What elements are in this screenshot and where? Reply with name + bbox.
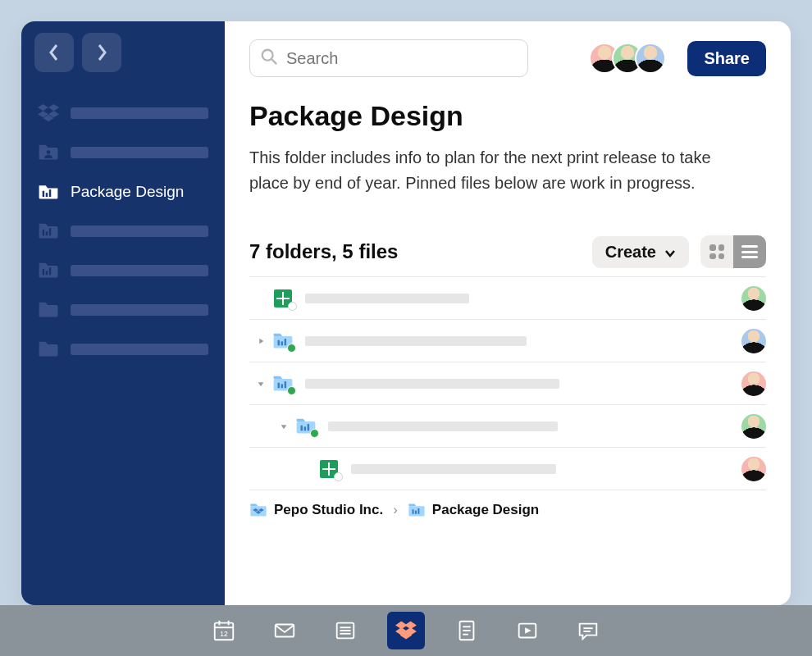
dock-list-button[interactable] xyxy=(326,612,364,649)
svg-text:12: 12 xyxy=(220,630,228,638)
spreadsheet-icon xyxy=(272,289,294,308)
breadcrumb-root[interactable]: Pepo Studio Inc. xyxy=(249,502,383,518)
breadcrumb-current[interactable]: Package Design xyxy=(408,502,539,518)
owner-avatar[interactable] xyxy=(741,286,766,311)
nav-arrows xyxy=(33,33,213,72)
search-input[interactable] xyxy=(286,49,518,68)
file-name xyxy=(305,336,527,346)
list-icon xyxy=(741,245,758,258)
svg-rect-43 xyxy=(415,511,417,514)
owner-avatar[interactable] xyxy=(741,414,766,439)
file-row[interactable] xyxy=(249,448,766,490)
dock-doc-button[interactable] xyxy=(448,612,486,649)
svg-rect-10 xyxy=(39,226,58,239)
grid-icon xyxy=(709,244,724,259)
file-row[interactable] xyxy=(249,405,766,448)
sidebar-item-team-1[interactable] xyxy=(33,216,213,247)
svg-rect-25 xyxy=(281,341,283,345)
svg-rect-9 xyxy=(49,190,51,198)
grid-view-button[interactable] xyxy=(700,235,733,268)
svg-rect-8 xyxy=(46,194,48,198)
team-folder-icon xyxy=(38,183,59,201)
file-name xyxy=(328,421,558,431)
owner-avatar[interactable] xyxy=(741,457,766,481)
svg-rect-31 xyxy=(285,381,286,388)
svg-rect-29 xyxy=(278,383,280,389)
avatar[interactable] xyxy=(635,43,666,74)
team-folder-icon xyxy=(295,417,317,435)
share-button[interactable]: Share xyxy=(687,41,766,76)
file-row[interactable] xyxy=(249,320,766,362)
main-panel: Share Package Design This folder include… xyxy=(225,21,791,605)
svg-rect-15 xyxy=(43,269,44,275)
svg-marker-22 xyxy=(259,338,263,344)
team-folder-icon xyxy=(408,503,426,517)
view-toggle xyxy=(700,235,766,268)
sidebar-item-team-2[interactable] xyxy=(33,255,213,286)
breadcrumb-label: Pepo Studio Inc. xyxy=(274,502,383,518)
sidebar-item-label xyxy=(71,265,208,276)
sidebar-item-label xyxy=(71,226,208,237)
svg-point-6 xyxy=(47,151,51,155)
owner-avatar[interactable] xyxy=(741,371,766,396)
create-button-label: Create xyxy=(605,243,656,262)
sidebar-item-dropbox[interactable] xyxy=(33,98,213,129)
dock-mail-button[interactable] xyxy=(266,612,303,649)
svg-marker-65 xyxy=(525,627,531,634)
list-view-button[interactable] xyxy=(733,235,766,268)
svg-rect-7 xyxy=(43,191,44,197)
sidebar-item-label xyxy=(71,344,208,355)
svg-rect-14 xyxy=(39,266,58,278)
svg-marker-1 xyxy=(48,104,59,111)
team-folder-icon xyxy=(38,262,59,280)
nav-back-button[interactable] xyxy=(34,33,74,72)
svg-rect-19 xyxy=(39,344,58,357)
svg-marker-27 xyxy=(258,382,264,386)
svg-rect-44 xyxy=(417,508,419,514)
file-row[interactable] xyxy=(249,277,766,320)
disclosure-open-icon[interactable] xyxy=(272,421,295,431)
page-title: Package Design xyxy=(249,100,766,132)
sidebar-item-package-design[interactable]: Package Design xyxy=(33,176,213,207)
chevron-down-icon xyxy=(664,243,676,262)
nav-forward-button[interactable] xyxy=(82,33,121,72)
dock-calendar-button[interactable]: 12 xyxy=(205,612,243,649)
svg-rect-50 xyxy=(276,625,294,637)
svg-rect-12 xyxy=(46,232,48,236)
dock-chat-button[interactable] xyxy=(569,612,607,649)
person-folder-icon xyxy=(38,144,59,162)
file-name xyxy=(351,464,556,474)
breadcrumb: Pepo Studio Inc. › Package Design xyxy=(249,502,766,518)
svg-rect-26 xyxy=(285,339,286,345)
owner-avatar[interactable] xyxy=(741,329,766,353)
sidebar-item-label xyxy=(71,147,208,158)
disclosure-open-icon[interactable] xyxy=(249,379,272,389)
svg-line-21 xyxy=(271,59,276,64)
create-button[interactable]: Create xyxy=(592,236,689,268)
sidebar-item-folder-1[interactable] xyxy=(33,294,213,326)
disclosure-closed-icon[interactable] xyxy=(249,336,272,346)
app-window: Package Design xyxy=(21,21,791,605)
sidebar-item-people[interactable] xyxy=(33,137,213,168)
svg-rect-13 xyxy=(49,229,51,236)
page-description: This folder includes info to plan for th… xyxy=(249,145,733,196)
sidebar-item-folder-2[interactable] xyxy=(33,334,213,365)
svg-marker-32 xyxy=(281,425,287,429)
item-count-label: 7 folders, 5 files xyxy=(249,240,592,263)
topbar: Share xyxy=(249,39,766,77)
search-box[interactable] xyxy=(249,39,528,77)
file-name xyxy=(305,294,469,303)
dropbox-icon xyxy=(38,104,59,122)
breadcrumb-label: Package Design xyxy=(432,502,539,518)
dock-dropbox-button[interactable] xyxy=(387,612,425,649)
collaborator-avatars[interactable] xyxy=(589,43,666,74)
svg-marker-0 xyxy=(38,104,48,111)
folder-icon xyxy=(38,301,59,319)
team-folder-icon xyxy=(38,222,59,240)
sidebar: Package Design xyxy=(21,21,225,605)
svg-rect-42 xyxy=(412,509,413,514)
file-row[interactable] xyxy=(249,362,766,405)
search-icon xyxy=(260,48,278,69)
dock-play-button[interactable] xyxy=(509,612,546,649)
chevron-right-icon: › xyxy=(393,502,398,518)
